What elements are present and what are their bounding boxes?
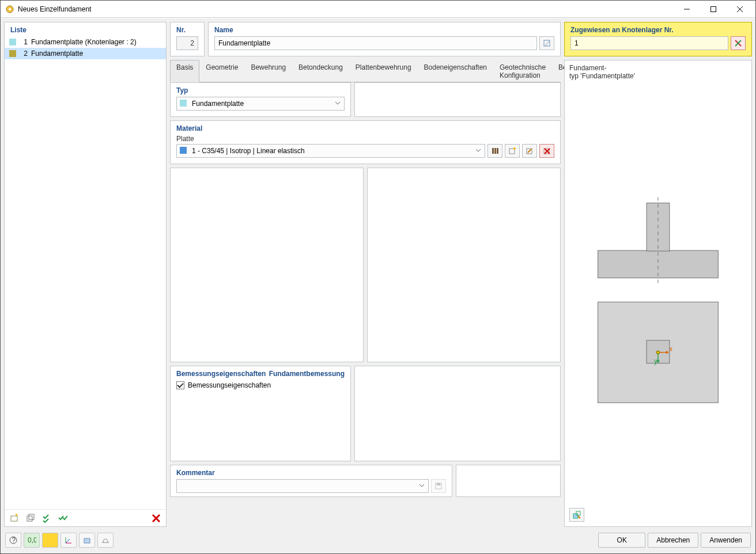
material-title: Material: [176, 124, 554, 132]
chevron-down-icon: [475, 147, 482, 155]
units-button[interactable]: 0,00: [24, 533, 40, 548]
close-button[interactable]: [727, 1, 753, 17]
svg-text:0,00: 0,00: [28, 536, 36, 544]
empty-panel-mid-right: [367, 168, 561, 362]
foundation-list[interactable]: 1 Fundamentplatte (Knotenlager : 2) 2 Fu…: [5, 36, 166, 509]
color-button[interactable]: [42, 533, 58, 548]
foundation-preview: x y: [565, 60, 751, 526]
design-right-title: Fundamentbemessung: [269, 370, 345, 378]
minimize-button[interactable]: [674, 1, 700, 17]
comment-select[interactable]: [176, 479, 429, 493]
delete-item-button[interactable]: [150, 512, 162, 525]
app-icon: [5, 5, 14, 14]
check-down-button[interactable]: [40, 512, 53, 525]
empty-panel-mid-left: [170, 168, 364, 362]
cancel-button[interactable]: Abbrechen: [648, 533, 698, 548]
list-item[interactable]: 2 Fundamentplatte: [5, 48, 166, 59]
svg-point-7: [16, 514, 18, 515]
material-edit-button[interactable]: [522, 144, 537, 158]
list-swatch: [9, 39, 16, 45]
svg-rect-6: [11, 516, 17, 521]
svg-point-20: [513, 147, 516, 150]
svg-rect-9: [29, 514, 34, 519]
window-title: Neues Einzelfundament: [18, 5, 674, 13]
list-header: Liste: [5, 22, 166, 36]
tab-geotechnische-konfiguration[interactable]: Geotechnische Konfiguration: [493, 60, 552, 82]
apply-button[interactable]: Anwenden: [701, 533, 751, 548]
material-sublabel: Platte: [176, 135, 554, 143]
comment-save-button[interactable]: [431, 479, 446, 493]
svg-rect-3: [711, 6, 716, 12]
list-label: Fundamentplatte (Knotenlager : 2): [31, 38, 137, 46]
svg-rect-38: [573, 514, 578, 518]
material-delete-button[interactable]: [539, 144, 554, 158]
tab-bewehrung[interactable]: Bewehrung: [244, 60, 292, 82]
svg-rect-18: [497, 148, 498, 154]
svg-rect-46: [84, 538, 90, 543]
name-block: Name: [208, 22, 561, 56]
comment-title: Kommentar: [176, 469, 446, 477]
tab-bodeneigenschaften[interactable]: Bodeneigenschaften: [418, 60, 493, 82]
tab-plattenbewehrung[interactable]: Plattenbewehrung: [349, 60, 418, 82]
svg-point-1: [9, 8, 11, 10]
script-button[interactable]: [97, 533, 114, 548]
list-num: 1: [20, 38, 28, 46]
material-panel: Material Platte 1 - C35/45 | Isotrop | L…: [170, 120, 561, 164]
svg-text:y: y: [654, 357, 657, 365]
svg-rect-8: [27, 516, 32, 521]
assigned-block: Zugewiesen an Knotenlager Nr.: [564, 22, 752, 56]
svg-rect-17: [494, 148, 496, 154]
name-label: Name: [214, 26, 554, 34]
list-label: Fundamentplatte: [31, 50, 83, 58]
number-block: Nr.: [170, 22, 205, 56]
comment-extra-panel: [456, 465, 561, 497]
preview-panel: Fundament-typ 'Fundamentplatte': [564, 60, 752, 527]
svg-point-37: [657, 351, 660, 354]
tab-betondeckung[interactable]: Betondeckung: [292, 60, 349, 82]
axis-button[interactable]: [61, 533, 77, 548]
name-input[interactable]: [214, 36, 537, 50]
nr-label: Nr.: [176, 26, 198, 34]
material-library-button[interactable]: [487, 144, 502, 158]
material-swatch-icon: [180, 147, 187, 154]
rename-icon-button[interactable]: [539, 36, 554, 50]
assigned-label: Zugewiesen an Knotenlager Nr.: [570, 26, 746, 34]
type-select[interactable]: Fundamentplatte: [176, 97, 345, 111]
svg-rect-27: [437, 483, 440, 485]
maximize-button[interactable]: [700, 1, 727, 17]
preview-settings-button[interactable]: [569, 508, 584, 522]
list-num: 2: [20, 50, 28, 58]
list-item[interactable]: 1 Fundamentplatte (Knotenlager : 2): [5, 36, 166, 48]
material-new-button[interactable]: [505, 144, 520, 158]
design-check-label: Bemessungseigenschaften: [188, 381, 271, 389]
pick-node-button[interactable]: [731, 36, 746, 50]
list-pane: Liste 1 Fundamentplatte (Knotenlager : 2…: [4, 22, 167, 527]
tab-bar: Basis Geometrie Bewehrung Betondeckung P…: [170, 60, 561, 82]
svg-line-45: [66, 539, 70, 543]
type-swatch-icon: [180, 100, 187, 107]
material-value: 1 - C35/45 | Isotrop | Linear elastisch: [192, 147, 305, 155]
new-item-button[interactable]: [8, 512, 21, 525]
tab-geometrie[interactable]: Geometrie: [199, 60, 244, 82]
chevron-down-icon: [418, 482, 425, 491]
assigned-input[interactable]: [570, 36, 728, 50]
design-left-title: Bemessungseigenschaften: [176, 370, 266, 378]
view-button[interactable]: [79, 533, 95, 548]
copy-item-button[interactable]: [24, 512, 37, 525]
tab-basis[interactable]: Basis: [170, 60, 199, 82]
titlebar: Neues Einzelfundament: [1, 1, 755, 18]
design-right-panel: [354, 366, 561, 461]
list-swatch: [9, 50, 16, 57]
footer-toolbar: ? 0,00 OK Abbrechen Anwenden: [4, 530, 752, 550]
type-title: Typ: [176, 86, 345, 94]
nr-input[interactable]: [176, 36, 198, 50]
check-right-button[interactable]: [56, 512, 69, 525]
empty-panel-top-right: [354, 82, 561, 117]
ok-button[interactable]: OK: [598, 533, 645, 548]
chevron-down-icon: [334, 100, 341, 108]
design-properties-checkbox[interactable]: [176, 381, 184, 389]
material-select[interactable]: 1 - C35/45 | Isotrop | Linear elastisch: [176, 144, 485, 158]
help-button[interactable]: ?: [5, 533, 21, 548]
svg-line-22: [528, 149, 531, 153]
svg-text:?: ?: [12, 536, 16, 544]
